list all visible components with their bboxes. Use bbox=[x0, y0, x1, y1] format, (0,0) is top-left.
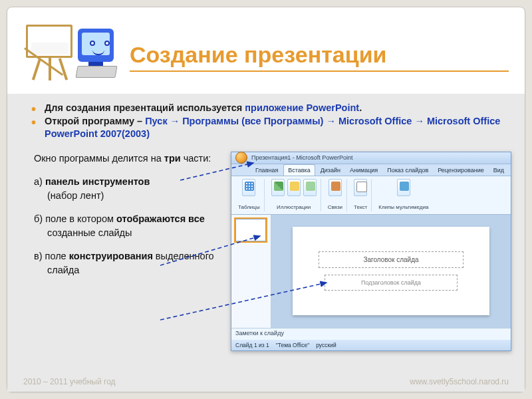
title-placeholder: Заголовок слайда bbox=[319, 251, 464, 268]
group-label: Связи bbox=[328, 204, 342, 210]
bold: панель инструментов bbox=[45, 176, 150, 187]
window-titlebar: Презентация1 - Microsoft PowerPoint bbox=[231, 152, 511, 164]
text: (набор лент) bbox=[47, 190, 104, 201]
ppt-body: Заголовок слайда Подзаголовок слайда bbox=[231, 215, 511, 328]
text: б) поле в котором bbox=[34, 213, 116, 224]
text: Открой программу – bbox=[45, 116, 145, 126]
tab-review: Рецензирование bbox=[434, 165, 488, 176]
footer-right: www.svetly5school.narod.ru bbox=[410, 377, 509, 386]
item-a: а) панель инструментов (набор лент) bbox=[34, 175, 220, 203]
keyboard-icon bbox=[75, 66, 117, 78]
left-column: Окно программы делится на три части: а) … bbox=[34, 152, 220, 351]
monitor-icon bbox=[78, 29, 114, 62]
item-b: б) поле в котором отображаются все созда… bbox=[34, 212, 220, 240]
slide-thumbnail bbox=[235, 219, 266, 241]
text: в) поле bbox=[34, 251, 69, 261]
thumbnail-pane bbox=[231, 215, 271, 328]
ribbon-group-media: Клипы мультимедиа bbox=[376, 179, 432, 211]
tab-view: Вид bbox=[489, 165, 508, 176]
notes-pane: Заметки к слайду bbox=[231, 328, 511, 340]
status-bar: Слайд 1 из 1 "Тема Office" русский bbox=[231, 340, 511, 350]
slide-frame: Создание презентации Для создания презен… bbox=[7, 7, 525, 392]
ribbon: Таблицы Иллюстрации Связи bbox=[231, 176, 511, 215]
powerpoint-screenshot: Презентация1 - Microsoft PowerPoint Глав… bbox=[231, 152, 511, 351]
text: созданные слайды bbox=[47, 227, 132, 238]
slide-canvas: Заголовок слайда Подзаголовок слайда bbox=[293, 227, 489, 315]
text: Для создания презентаций используется bbox=[45, 102, 245, 113]
status-slide: Слайд 1 из 1 bbox=[235, 342, 269, 348]
group-label: Иллюстрации bbox=[277, 204, 311, 210]
tab-design: Дизайн bbox=[317, 165, 344, 176]
ribbon-group-illustrations: Иллюстрации bbox=[269, 179, 321, 211]
status-theme: "Тема Office" bbox=[276, 342, 309, 348]
text: а) bbox=[34, 176, 45, 187]
ribbon-group-links: Связи bbox=[325, 179, 347, 211]
header: Создание презентации bbox=[7, 7, 525, 86]
bold: отображаются все bbox=[116, 213, 205, 224]
group-label: Клипы мультимедиа bbox=[378, 204, 428, 210]
window-title: Презентация1 - Microsoft PowerPoint bbox=[251, 154, 352, 161]
item-c: в) поле конструирования выделенного слай… bbox=[34, 249, 220, 277]
photoalbum-icon bbox=[303, 179, 317, 196]
footer: 2010 – 2011 учебный год www.svetly5schoo… bbox=[7, 377, 525, 386]
tab-animation: Анимация bbox=[346, 165, 382, 176]
lead-text: Окно программы делится на три части: bbox=[34, 152, 220, 166]
intro-line-1: Для создания презентаций используется пр… bbox=[34, 102, 511, 115]
ribbon-group-text: Текст bbox=[351, 179, 372, 211]
intro-line-2: Открой программу – Пуск → Программы (все… bbox=[34, 115, 511, 141]
subtitle-placeholder: Подзаголовок слайда bbox=[325, 275, 458, 291]
status-lang: русский bbox=[316, 342, 336, 348]
text: части: bbox=[181, 153, 211, 164]
bold: три bbox=[164, 153, 181, 164]
tab-slideshow: Показ слайдов bbox=[383, 165, 432, 176]
link-icon bbox=[329, 179, 342, 196]
table-icon bbox=[242, 179, 255, 196]
textbox-icon bbox=[354, 179, 367, 196]
content-area: Для создания презентаций используется пр… bbox=[7, 94, 525, 392]
picture-icon bbox=[271, 179, 285, 196]
tab-insert: Вставка bbox=[283, 164, 315, 176]
text: Окно программы делится на bbox=[34, 153, 164, 164]
text: . bbox=[359, 102, 362, 113]
media-icon bbox=[397, 179, 410, 196]
footer-left: 2010 – 2011 учебный год bbox=[23, 377, 116, 386]
clipart-computer-easel bbox=[23, 19, 116, 86]
intro-list: Для создания презентаций используется пр… bbox=[34, 102, 511, 141]
bold: конструирования bbox=[69, 251, 153, 261]
group-label: Текст bbox=[354, 204, 367, 210]
tab-home: Главная bbox=[251, 165, 282, 176]
clip-icon bbox=[287, 179, 301, 196]
group-label: Таблицы bbox=[238, 204, 260, 210]
slide-editor-area: Заголовок слайда Подзаголовок слайда bbox=[271, 215, 511, 328]
page-title: Создание презентации bbox=[130, 19, 509, 72]
ribbon-tabs: Главная Вставка Дизайн Анимация Показ сл… bbox=[231, 164, 511, 176]
highlight: приложение PowerPoint bbox=[245, 102, 359, 113]
ribbon-group-tables: Таблицы bbox=[235, 179, 265, 211]
office-button-icon bbox=[235, 152, 247, 164]
